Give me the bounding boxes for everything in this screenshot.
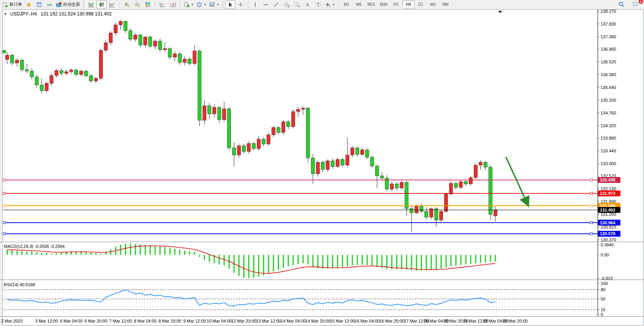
fibonacci-button[interactable]: F: [292, 0, 302, 9]
candle-up: [316, 162, 319, 174]
candle-up: [5, 55, 9, 60]
candle-up: [109, 33, 113, 43]
candle-down: [158, 41, 162, 49]
tile-windows-button[interactable]: [142, 0, 153, 9]
cursor-icon: [227, 2, 233, 8]
svg-text:80: 80: [601, 287, 605, 292]
line-handle[interactable]: [590, 222, 593, 224]
svg-text:3 Mar 12:00: 3 Mar 12:00: [35, 319, 58, 323]
candle-up: [55, 70, 58, 75]
auto-trading-button[interactable]: 自动交易: [55, 0, 81, 9]
templates-button[interactable]: ▼: [208, 0, 220, 9]
candle-down: [287, 122, 290, 127]
candle-chart-button[interactable]: [96, 0, 107, 9]
candle-down: [84, 71, 88, 76]
zoom-out-icon: [134, 2, 140, 8]
svg-text:8 Mar 20:00: 8 Mar 20:00: [159, 319, 181, 323]
chart-type-group: [85, 0, 118, 9]
candle-down: [10, 55, 14, 63]
zoom-group: [121, 0, 154, 9]
period-button[interactable]: ▼: [195, 0, 208, 9]
new-order-label: 新订单: [9, 2, 22, 7]
indicator-add-button[interactable]: [167, 0, 178, 9]
svg-text:130.579: 130.579: [600, 231, 615, 236]
timeframe-mn[interactable]: MN: [439, 0, 452, 9]
svg-text:9 Mar 12:00: 9 Mar 12:00: [183, 319, 206, 323]
svg-text:6 Mar 04:00: 6 Mar 04:00: [60, 319, 83, 323]
candle-down: [25, 70, 29, 71]
auto-trading-label: 自动交易: [63, 2, 80, 7]
candle-up: [154, 41, 157, 46]
candle-down: [227, 109, 231, 148]
line-chart-button[interactable]: [107, 0, 117, 9]
channel-icon: E: [283, 2, 290, 8]
candle-down: [366, 150, 369, 157]
candle-down: [40, 85, 43, 91]
timeframe-m30[interactable]: M30: [378, 0, 390, 9]
chat-button[interactable]: 1: [630, 0, 641, 9]
candle-down: [277, 128, 280, 133]
timeframe-h4[interactable]: H4: [402, 0, 415, 9]
zoom-in-button[interactable]: [121, 0, 132, 9]
candle-up: [346, 155, 349, 165]
market-watch-button[interactable]: [34, 0, 44, 9]
new-order-button[interactable]: 新订单: [1, 0, 23, 9]
chart-canvas[interactable]: 138.270137.830137.390136.960136.520136.0…: [0, 9, 644, 326]
line-handle[interactable]: [590, 205, 593, 207]
toolbar-right: 1: [616, 0, 644, 9]
svg-text:130.964: 130.964: [600, 220, 616, 225]
line-handle[interactable]: [3, 205, 5, 207]
candle-down: [30, 71, 34, 77]
trendline-button[interactable]: [271, 0, 282, 9]
svg-text:132.130: 132.130: [601, 186, 616, 191]
candle-down: [420, 206, 423, 212]
timeframe-m1[interactable]: M1: [340, 0, 353, 9]
line-handle[interactable]: [590, 232, 593, 235]
candle-down: [306, 108, 310, 158]
vertical-line-button[interactable]: [250, 0, 261, 9]
svg-text:15: 15: [601, 307, 605, 312]
new-chart-button[interactable]: ▼: [182, 0, 195, 9]
line-handle[interactable]: [3, 192, 5, 195]
signals-button[interactable]: [44, 0, 55, 9]
text-button[interactable]: A: [302, 0, 313, 9]
line-handle[interactable]: [3, 179, 5, 181]
svg-text:F: F: [298, 5, 300, 8]
timeframe-d1[interactable]: D1: [415, 0, 427, 9]
bar-chart-icon: [88, 2, 94, 8]
zoom-in-icon: [124, 2, 130, 8]
line-handle[interactable]: [590, 179, 593, 181]
time-axis: 2 Mar 20233 Mar 12:006 Mar 04:006 Mar 20…: [1, 319, 528, 323]
svg-text:138.270: 138.270: [601, 9, 616, 14]
new-order-icon: [2, 2, 8, 8]
candle-up: [494, 210, 497, 216]
timeframe-h1[interactable]: H1: [390, 0, 402, 9]
svg-text:136.960: 136.960: [601, 47, 616, 51]
timeframe-m15[interactable]: M15: [365, 0, 378, 9]
candle-down: [188, 59, 191, 63]
channel-button[interactable]: E: [282, 0, 292, 9]
svg-text:131.402: 131.402: [600, 208, 615, 212]
search-icon: [618, 1, 625, 8]
timeframe-w1[interactable]: W1: [427, 0, 439, 9]
zoom-out-button[interactable]: [132, 0, 142, 9]
line-handle[interactable]: [3, 222, 5, 224]
crosshair-button[interactable]: [236, 0, 246, 9]
timeframe-m5[interactable]: M5: [353, 0, 365, 9]
candle-up: [326, 161, 330, 169]
line-handle[interactable]: [3, 232, 5, 235]
svg-text:136.520: 136.520: [601, 60, 616, 64]
new-chart-icon: [183, 2, 190, 8]
bar-chart-button[interactable]: [86, 0, 96, 9]
indicator-window-group: [156, 0, 179, 9]
candle-down: [311, 158, 315, 174]
cursor-button[interactable]: [225, 0, 236, 9]
text-label-button[interactable]: T: [313, 0, 323, 9]
search-button[interactable]: [616, 0, 627, 9]
indicator-window-button[interactable]: [157, 0, 167, 9]
quotes-button[interactable]: [23, 0, 34, 9]
arrows-button[interactable]: ▼: [323, 0, 336, 9]
candle-up: [94, 79, 98, 81]
line-handle[interactable]: [590, 192, 593, 195]
horizontal-line-button[interactable]: [261, 0, 271, 9]
